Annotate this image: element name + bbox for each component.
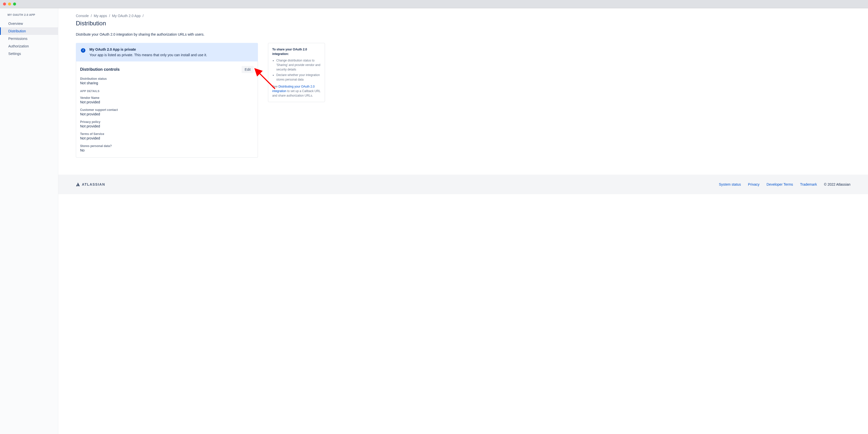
breadcrumb-separator: /	[143, 14, 144, 18]
window-minimize-button[interactable]	[8, 2, 11, 5]
field-value-status: Not sharing	[80, 81, 254, 85]
sidebar-item-permissions[interactable]: Permissions	[0, 35, 58, 42]
field-value-terms: Not provided	[80, 136, 254, 140]
field-label-personal-data: Stores personal data?	[80, 144, 254, 148]
field-label-support: Customer support contact	[80, 108, 254, 112]
field-label-terms: Terms of Service	[80, 132, 254, 136]
sidebar-item-authorization[interactable]: Authorization	[0, 42, 58, 50]
info-banner-body: Your app is listed as private. This mean…	[89, 53, 207, 57]
field-value-support: Not provided	[80, 112, 254, 116]
main-content: Console / My apps / My OAuth 2.0 App / D…	[58, 8, 868, 434]
breadcrumb-separator: /	[109, 14, 110, 18]
sidebar-title: MY OAUTH 2.0 APP	[0, 13, 58, 20]
field-label-vendor: Vendor Name	[80, 96, 254, 100]
breadcrumb-console[interactable]: Console	[76, 14, 89, 18]
page-title: Distribution	[76, 20, 325, 27]
side-bullet: Change distribution status to 'Sharing' …	[276, 58, 321, 72]
atlassian-logo: ATLASSIAN	[76, 182, 105, 187]
footer-copyright: © 2022 Atlassian	[824, 182, 850, 187]
side-card-title: To share your OAuth 2.0 integration:	[272, 47, 321, 56]
share-instructions-card: To share your OAuth 2.0 integration: Cha…	[268, 43, 325, 102]
breadcrumb-separator: /	[91, 14, 92, 18]
info-icon: i	[81, 48, 85, 53]
side-bullet: Declare whether your integration stores …	[276, 73, 321, 82]
info-banner-title: My OAuth 2.0 App is private	[89, 47, 207, 52]
distribution-controls-card: Distribution controls Edit Distribution …	[76, 62, 258, 158]
breadcrumb-app-name[interactable]: My OAuth 2.0 App	[112, 14, 141, 18]
window-titlebar	[0, 0, 868, 8]
field-label-privacy: Privacy policy	[80, 120, 254, 124]
atlassian-logo-icon	[76, 182, 81, 187]
footer-link-developer-terms[interactable]: Developer Terms	[767, 182, 793, 187]
sidebar: MY OAUTH 2.0 APP Overview Distribution P…	[0, 8, 58, 434]
footer-link-trademark[interactable]: Trademark	[800, 182, 817, 187]
sidebar-item-distribution[interactable]: Distribution	[0, 27, 58, 35]
breadcrumb: Console / My apps / My OAuth 2.0 App /	[76, 14, 325, 18]
window-maximize-button[interactable]	[13, 2, 16, 5]
card-title: Distribution controls	[80, 67, 120, 72]
section-label-app-details: APP DETAILS	[80, 90, 254, 93]
field-value-personal-data: No	[80, 148, 254, 152]
window-close-button[interactable]	[3, 2, 6, 5]
field-value-vendor: Not provided	[80, 100, 254, 104]
page-description: Distribute your OAuth 2.0 integration by…	[76, 32, 325, 36]
footer-brand-text: ATLASSIAN	[82, 182, 105, 187]
info-banner: i My OAuth 2.0 App is private Your app i…	[76, 43, 258, 62]
footer: ATLASSIAN System status Privacy Develope…	[58, 175, 868, 194]
footer-link-privacy[interactable]: Privacy	[748, 182, 760, 187]
sidebar-item-settings[interactable]: Settings	[0, 50, 58, 58]
edit-button[interactable]: Edit	[242, 66, 254, 73]
side-see-prefix: See	[272, 85, 279, 88]
field-value-privacy: Not provided	[80, 124, 254, 128]
footer-link-system-status[interactable]: System status	[719, 182, 741, 187]
breadcrumb-my-apps[interactable]: My apps	[94, 14, 107, 18]
field-label-status: Distribution status	[80, 77, 254, 80]
sidebar-item-overview[interactable]: Overview	[0, 20, 58, 27]
